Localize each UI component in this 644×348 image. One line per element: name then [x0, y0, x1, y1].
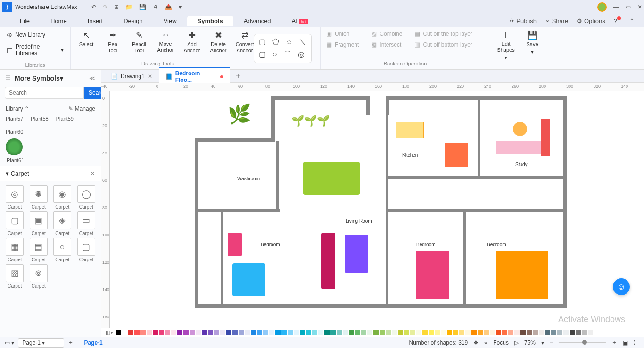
collapse-ribbon-icon[interactable]: ⌃: [629, 17, 635, 24]
color-swatch[interactable]: [269, 330, 274, 335]
pages-menu-icon[interactable]: ▭ ▾: [5, 340, 14, 346]
color-swatch[interactable]: [453, 330, 458, 335]
color-swatch[interactable]: [570, 330, 575, 335]
tab-design[interactable]: Design: [113, 16, 153, 26]
plant-icon[interactable]: 🌿: [228, 103, 251, 125]
color-swatch[interactable]: [490, 330, 495, 335]
color-swatch[interactable]: [159, 330, 164, 335]
carpet-item[interactable]: ▢Carpet: [4, 211, 26, 236]
color-swatch[interactable]: [404, 330, 409, 335]
canvas[interactable]: Washroom Kitchen Study Living Room Bedro…: [110, 91, 644, 328]
collapse-panel-icon[interactable]: ≪: [89, 75, 95, 81]
carpet-item[interactable]: ▨Carpet: [4, 264, 26, 289]
color-swatch[interactable]: [196, 330, 201, 335]
color-swatch[interactable]: [239, 330, 244, 335]
plant-item[interactable]: Plant59: [56, 116, 74, 121]
color-swatch[interactable]: [232, 330, 238, 335]
add-anchor-button[interactable]: ✚Add Anchor: [182, 30, 202, 54]
color-swatch[interactable]: [398, 330, 403, 335]
notification-icon[interactable]: ?: [614, 17, 621, 24]
star-shape-icon[interactable]: ☆: [286, 37, 292, 47]
minimize-button[interactable]: —: [613, 4, 619, 10]
print-icon[interactable]: 🖨: [153, 4, 158, 10]
options-button[interactable]: ⚙ Options: [577, 17, 605, 24]
tab-view[interactable]: View: [153, 16, 187, 26]
color-swatch[interactable]: [330, 330, 336, 335]
carpet-item[interactable]: ▣Carpet: [28, 211, 50, 236]
save-icon[interactable]: 💾: [139, 4, 146, 10]
predefine-libraries-button[interactable]: ▤Predefine Libraries▾: [7, 43, 64, 57]
redo-icon[interactable]: ↷: [103, 4, 107, 10]
save-shapes-button[interactable]: 💾Save ▾: [522, 30, 542, 61]
color-swatch[interactable]: [484, 330, 489, 335]
color-swatch[interactable]: [527, 330, 532, 335]
color-swatch[interactable]: [459, 330, 464, 335]
fullscreen-icon[interactable]: ⛶: [634, 340, 639, 346]
export-icon[interactable]: 📤: [165, 4, 172, 10]
sofa[interactable]: [321, 233, 335, 289]
carpet-item[interactable]: ○Carpet: [51, 238, 74, 262]
rug[interactable]: [345, 235, 368, 273]
color-swatch[interactable]: [429, 330, 434, 335]
arc-shape-icon[interactable]: ⌒: [284, 50, 291, 60]
carpet-category-toggle[interactable]: ▾ Carpet: [6, 170, 29, 177]
color-swatch[interactable]: [275, 330, 281, 335]
color-swatch[interactable]: [447, 330, 452, 335]
color-swatch[interactable]: [281, 330, 287, 335]
color-swatch[interactable]: [539, 330, 544, 335]
tab-ai[interactable]: AIhot: [281, 16, 319, 26]
edit-shapes-button[interactable]: TEdit Shapes ▾: [496, 30, 516, 61]
move-anchor-button[interactable]: ↔Move Anchor: [156, 30, 175, 54]
color-swatch[interactable]: [435, 330, 440, 335]
color-swatch[interactable]: [551, 330, 556, 335]
carpet-item[interactable]: ▢Carpet: [75, 238, 98, 262]
close-button[interactable]: ✕: [637, 4, 642, 10]
color-swatch[interactable]: [147, 330, 152, 335]
color-swatch[interactable]: [140, 330, 146, 335]
rounded-square-shape-icon[interactable]: ▢: [259, 50, 266, 60]
color-swatch[interactable]: [257, 330, 262, 335]
color-swatch[interactable]: [508, 330, 513, 335]
color-swatch[interactable]: [416, 330, 421, 335]
qat-dropdown-icon[interactable]: ▾: [179, 4, 182, 10]
spiral-shape-icon[interactable]: ◎: [298, 50, 305, 60]
color-swatch[interactable]: [300, 330, 305, 335]
color-swatch[interactable]: [324, 330, 330, 335]
zoom-out-button[interactable]: −: [550, 340, 553, 346]
tab-file[interactable]: File: [9, 16, 40, 26]
color-swatch[interactable]: [134, 330, 140, 335]
doc-tab-bedroom[interactable]: 📘Bedroom Floo...: [159, 67, 230, 85]
color-swatch[interactable]: [165, 330, 170, 335]
color-swatch[interactable]: [582, 330, 587, 335]
pen-tool-button[interactable]: ✒Pen Tool: [103, 30, 123, 54]
color-swatch[interactable]: [502, 330, 507, 335]
color-swatch[interactable]: [245, 330, 250, 335]
tab-advanced[interactable]: Advanced: [233, 16, 281, 26]
color-swatch[interactable]: [471, 330, 477, 335]
plant-item[interactable]: Plant58: [31, 116, 48, 121]
tab-insert[interactable]: Insert: [77, 16, 114, 26]
color-swatch[interactable]: [367, 330, 372, 335]
publish-button[interactable]: ✈ Publish: [510, 17, 537, 24]
user-avatar[interactable]: [597, 2, 607, 12]
color-swatch[interactable]: [343, 330, 348, 335]
color-swatch[interactable]: [563, 330, 569, 335]
page-selector[interactable]: Page-1 ▾: [18, 338, 64, 348]
plant-item[interactable]: Plant61: [0, 157, 101, 166]
union-button[interactable]: ▣Union: [326, 30, 349, 37]
color-swatch[interactable]: [312, 330, 317, 335]
doc-tab-drawing1[interactable]: 📄Drawing1✕: [104, 71, 159, 81]
delete-anchor-button[interactable]: ✖Delete Anchor: [208, 30, 228, 54]
color-swatch[interactable]: [465, 330, 471, 335]
carpet-item[interactable]: ◯Carpet: [75, 185, 98, 210]
more-symbols-button[interactable]: More Symbols▾: [15, 74, 63, 82]
fit-page-icon[interactable]: ▣: [623, 340, 628, 346]
color-swatch[interactable]: [263, 330, 268, 335]
carpet-item[interactable]: ◉Carpet: [51, 185, 74, 210]
library-toggle[interactable]: Library ⌃: [6, 105, 29, 112]
layers-icon[interactable]: ❖: [473, 340, 479, 346]
close-category-icon[interactable]: ✕: [90, 170, 95, 177]
dining-table[interactable]: [303, 162, 360, 195]
plant-item[interactable]: Plant57: [6, 116, 23, 121]
bed[interactable]: [416, 251, 449, 299]
